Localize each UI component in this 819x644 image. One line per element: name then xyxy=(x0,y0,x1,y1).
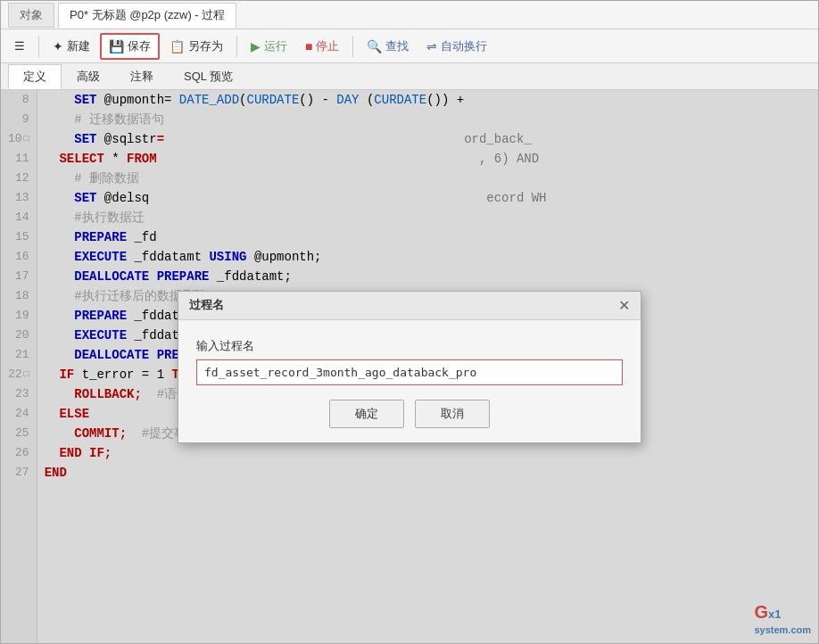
save-as-button[interactable]: 📋 另存为 xyxy=(161,34,231,59)
dialog-close-button[interactable]: ✕ xyxy=(618,297,630,314)
dialog-overlay: 过程名 ✕ 输入过程名 确定 取消 xyxy=(1,90,818,643)
stop-button[interactable]: ■ 停止 xyxy=(297,34,347,59)
editor-tabs: 定义 高级 注释 SQL 预览 xyxy=(1,63,818,90)
watermark: Gx1 system.com xyxy=(754,602,811,636)
tab-procedure[interactable]: P0* 无标题 @p2p (zzw) - 过程 xyxy=(58,3,236,28)
watermark-g: G xyxy=(754,602,768,622)
menu-button[interactable]: ☰ xyxy=(6,35,33,57)
tab-definition[interactable]: 定义 xyxy=(8,64,62,89)
procedure-name-input[interactable] xyxy=(196,359,623,385)
main-area: 8 9 10 □ 11 12 13 14 15 16 17 18 19 20 2… xyxy=(1,90,818,643)
cancel-button[interactable]: 取消 xyxy=(415,400,490,428)
auto-wrap-button[interactable]: ⇌ 自动换行 xyxy=(418,34,495,59)
dialog-body: 输入过程名 确定 取消 xyxy=(178,320,641,442)
tab-comment[interactable]: 注释 xyxy=(115,64,169,89)
new-icon: ✦ xyxy=(53,39,63,54)
save-icon: 💾 xyxy=(109,39,124,54)
tab-sql-preview[interactable]: SQL 预览 xyxy=(169,64,248,89)
tab-object-label: 对象 xyxy=(20,7,43,23)
confirm-button[interactable]: 确定 xyxy=(329,400,404,428)
watermark-x1: x1 xyxy=(768,607,781,621)
hamburger-icon: ☰ xyxy=(14,39,25,53)
separator-1 xyxy=(38,36,39,57)
run-button[interactable]: ▶ 运行 xyxy=(243,34,295,59)
dialog-input-label: 输入过程名 xyxy=(196,338,623,354)
dialog-title-bar: 过程名 ✕ xyxy=(178,292,641,320)
watermark-domain: system.com xyxy=(754,624,811,635)
find-button[interactable]: 🔍 查找 xyxy=(359,34,417,59)
separator-3 xyxy=(352,36,353,57)
tab-advanced[interactable]: 高级 xyxy=(62,64,115,89)
stop-icon: ■ xyxy=(305,39,312,54)
tab-procedure-label: P0* 无标题 @p2p (zzw) - 过程 xyxy=(70,7,225,23)
toolbar: ☰ ✦ 新建 💾 保存 📋 另存为 ▶ 运行 ■ 停止 🔍 查找 ⇌ xyxy=(1,29,818,63)
auto-icon: ⇌ xyxy=(426,39,437,54)
dialog-title-label: 过程名 xyxy=(189,297,224,313)
separator-2 xyxy=(236,36,237,57)
save-as-icon: 📋 xyxy=(170,39,185,54)
procedure-name-dialog: 过程名 ✕ 输入过程名 确定 取消 xyxy=(178,291,641,443)
title-bar: 对象 P0* 无标题 @p2p (zzw) - 过程 xyxy=(1,1,818,29)
save-button[interactable]: 💾 保存 xyxy=(100,33,160,60)
run-icon: ▶ xyxy=(251,39,261,54)
tab-object[interactable]: 对象 xyxy=(8,3,54,28)
new-button[interactable]: ✦ 新建 xyxy=(45,34,98,59)
find-icon: 🔍 xyxy=(367,39,382,54)
dialog-buttons: 确定 取消 xyxy=(196,400,623,428)
